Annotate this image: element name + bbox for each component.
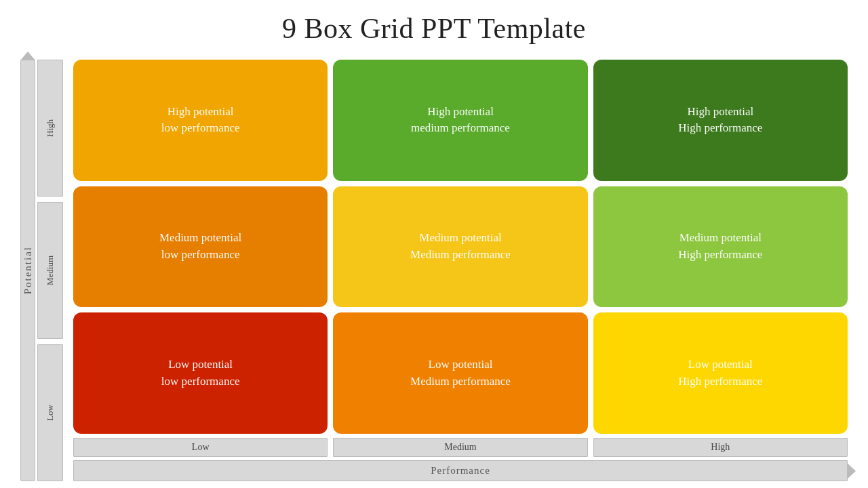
row-label-high: High: [37, 60, 63, 197]
cells-area: High potentiallow performanceHigh potent…: [68, 60, 848, 434]
grid-cell-text-med-pot-med-perf: Medium potentialMedium performance: [410, 230, 511, 263]
grid-cell-text-med-pot-low-perf: Medium potentiallow performance: [159, 230, 241, 263]
grid-cell-text-low-pot-low-perf: Low potentiallow performance: [161, 357, 240, 390]
grid-cell-high-pot-med-perf: High potentialmedium performance: [333, 60, 587, 181]
performance-bar: Performance: [73, 460, 848, 481]
row-level-labels: High Medium Low: [37, 60, 63, 481]
grid-row-1: Medium potentiallow performanceMedium po…: [73, 186, 848, 308]
row-label-medium: Medium: [37, 202, 63, 339]
grid-row-0: High potentiallow performanceHigh potent…: [73, 60, 848, 181]
row-label-low: Low: [37, 344, 63, 481]
y-axis-label: Potential: [22, 246, 34, 294]
grid-cell-text-high-pot-high-perf: High potentialHigh performance: [678, 104, 762, 137]
grid-row-2: Low potentiallow performanceLow potentia…: [73, 312, 848, 434]
grid-area: High potentiallow performanceHigh potent…: [68, 60, 848, 481]
grid-cell-med-pot-med-perf: Medium potentialMedium performance: [333, 186, 587, 308]
row-label-low-text: Low: [45, 405, 56, 421]
row-label-medium-text: Medium: [45, 256, 56, 285]
potential-bar: Potential: [20, 60, 35, 481]
grid-cell-med-pot-low-perf: Medium potentiallow performance: [73, 186, 328, 308]
row-label-high-text: High: [45, 119, 56, 137]
col-label-medium: Medium: [333, 438, 587, 457]
grid-cell-text-high-pot-low-perf: High potentiallow performance: [161, 104, 240, 137]
grid-cell-text-high-pot-med-perf: High potentialmedium performance: [411, 104, 510, 137]
page-title: 9 Box Grid PPT Template: [282, 12, 586, 45]
grid-cell-med-pot-high-perf: Medium potentialHigh performance: [593, 186, 848, 308]
grid-cell-high-pot-low-perf: High potentiallow performance: [73, 60, 328, 181]
bottom-labels: Low Medium High Performance: [68, 438, 848, 481]
grid-cell-text-low-pot-med-perf: Low potentialMedium performance: [410, 357, 511, 390]
col-label-high: High: [593, 438, 848, 457]
col-label-low: Low: [73, 438, 328, 457]
grid-cell-high-pot-high-perf: High potentialHigh performance: [593, 60, 848, 181]
grid-cell-low-pot-low-perf: Low potentiallow performance: [73, 312, 328, 434]
grid-cell-low-pot-high-perf: Low potentialHigh performance: [593, 312, 848, 434]
col-level-labels: Low Medium High: [73, 438, 848, 457]
grid-cell-low-pot-med-perf: Low potentialMedium performance: [333, 312, 587, 434]
y-axis: Potential High Medium Low: [20, 60, 68, 481]
grid-cell-text-low-pot-high-perf: Low potentialHigh performance: [678, 357, 762, 390]
grid-cell-text-med-pot-high-perf: Medium potentialHigh performance: [678, 230, 762, 263]
